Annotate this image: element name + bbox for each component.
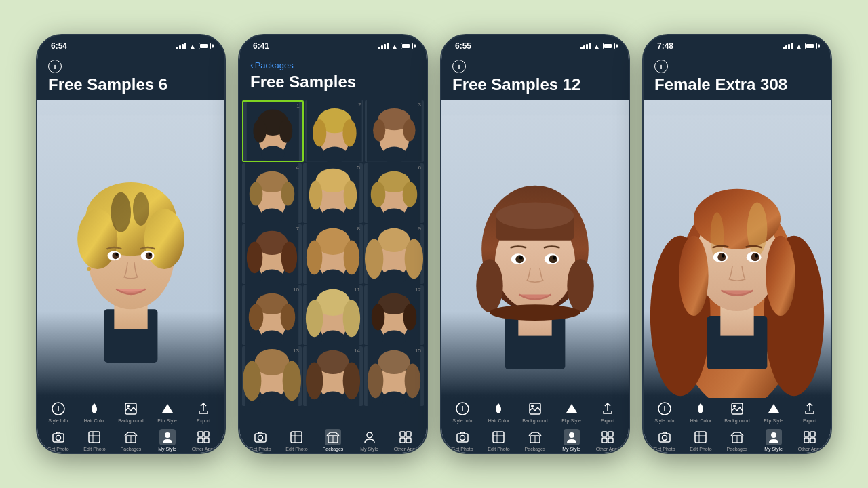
svg-point-163	[569, 432, 574, 438]
tool-background-1[interactable]: Background	[117, 401, 144, 423]
info-icon-4[interactable]: i	[654, 60, 668, 73]
tool-other-apps-3[interactable]: Other Apps	[594, 429, 621, 451]
background-icon-1	[123, 401, 139, 417]
svg-marker-190	[768, 404, 779, 413]
tool-export-1[interactable]: Export	[190, 401, 217, 423]
grid-cell-12[interactable]: 12	[364, 285, 424, 345]
tool-style-info-1[interactable]: i Style Info	[45, 401, 72, 423]
flip-style-icon-1	[159, 401, 176, 417]
svg-point-37	[279, 119, 292, 143]
grid-cell-3[interactable]: 3	[365, 100, 424, 162]
svg-point-84	[365, 239, 383, 279]
tool-label-flip-style-1: Flip Style	[157, 418, 177, 423]
svg-rect-31	[198, 438, 203, 443]
svg-rect-193	[695, 432, 706, 443]
tool-edit-photo-1[interactable]: Edit Photo	[81, 429, 108, 451]
grid-cell-5[interactable]: 5	[303, 163, 363, 223]
hair-grid[interactable]: 1	[239, 98, 427, 424]
hair-color-icon-1	[86, 401, 102, 417]
tool-export-3[interactable]: Export	[594, 401, 621, 423]
grid-cell-14[interactable]: 14	[303, 346, 363, 406]
grid-row-2: 4	[242, 163, 424, 223]
grid-cell-13[interactable]: 13	[242, 346, 302, 406]
phone-2: 6:41 ▲ ‹ Packages Free Samples	[238, 34, 428, 454]
tool-flip-style-4[interactable]: Flip Style	[760, 401, 787, 423]
style-info-icon-4: i	[656, 401, 673, 417]
grid-row-1: 1	[242, 100, 424, 162]
person-photo-3	[441, 100, 629, 398]
svg-point-42	[313, 120, 326, 147]
battery-icon-1	[199, 43, 211, 49]
tool-my-style-2[interactable]: My Style	[356, 429, 383, 451]
bottom-toolbar-3: i Style Info Hair Color B	[441, 398, 629, 453]
hair-color-icon-4	[692, 401, 709, 417]
get-photo-icon-2	[252, 429, 269, 445]
grid-cell-6[interactable]: 6	[364, 163, 424, 223]
tool-label-style-info-3: Style Info	[452, 418, 472, 423]
header-top-3: i	[452, 60, 618, 73]
other-apps-icon-2	[397, 429, 414, 445]
tool-edit-photo-2[interactable]: Edit Photo	[283, 429, 310, 451]
grid-cell-1[interactable]: 1	[242, 100, 304, 162]
tool-background-4[interactable]: Background	[724, 401, 751, 423]
tool-flip-style-1[interactable]: Flip Style	[154, 401, 181, 423]
time-4: 7:48	[657, 41, 673, 51]
export-icon-4	[802, 401, 818, 417]
grid-cell-7[interactable]: 7	[242, 224, 302, 284]
grid-cell-4[interactable]: 4	[242, 163, 302, 223]
tool-hair-color-1[interactable]: Hair Color	[81, 401, 108, 423]
tool-flip-style-3[interactable]: Flip Style	[558, 401, 585, 423]
tool-other-apps-1[interactable]: Other Apps	[190, 429, 217, 451]
battery-icon-2	[401, 43, 413, 49]
toolbar-bottom-3: Get Photo Edit Photo Packages	[441, 426, 629, 451]
tool-other-apps-4[interactable]: Other Apps	[796, 429, 823, 451]
svg-point-78	[307, 241, 322, 275]
tool-get-photo-2[interactable]: Get Photo	[247, 429, 274, 451]
svg-point-43	[342, 120, 356, 147]
svg-point-91	[281, 304, 296, 330]
svg-point-109	[283, 361, 301, 401]
tool-hair-color-4[interactable]: Hair Color	[687, 401, 714, 423]
tool-packages-1[interactable]: Packages	[117, 429, 144, 451]
grid-cell-11[interactable]: 11	[303, 285, 363, 345]
tool-style-info-4[interactable]: i Style Info	[651, 401, 678, 423]
tool-packages-4[interactable]: Packages	[724, 429, 751, 451]
tool-my-style-1[interactable]: My Style	[154, 429, 181, 451]
tool-my-style-4[interactable]: My Style	[760, 429, 787, 451]
grid-cell-10[interactable]: 10	[242, 285, 302, 345]
tool-get-photo-3[interactable]: Get Photo	[449, 429, 476, 451]
grid-cell-15[interactable]: 15	[364, 346, 424, 406]
svg-point-60	[309, 180, 323, 209]
svg-point-48	[373, 120, 385, 142]
svg-point-96	[306, 300, 323, 338]
svg-point-141	[496, 203, 574, 229]
tool-style-info-3[interactable]: i Style Info	[449, 401, 476, 423]
svg-rect-32	[204, 438, 209, 443]
info-icon-3[interactable]: i	[452, 60, 466, 73]
tool-packages-2[interactable]: Packages	[319, 429, 347, 451]
tool-export-4[interactable]: Export	[796, 401, 823, 423]
tool-my-style-3[interactable]: My Style	[558, 429, 585, 451]
edit-photo-icon-2	[288, 429, 304, 445]
back-button-2[interactable]: ‹ Packages	[250, 60, 294, 70]
svg-rect-132	[406, 432, 411, 436]
grid-cell-2[interactable]: 2	[305, 100, 364, 162]
other-apps-icon-3	[599, 429, 616, 445]
grid-cell-9[interactable]: 9	[364, 224, 424, 284]
tool-get-photo-4[interactable]: Get Photo	[651, 429, 678, 451]
tool-get-photo-1[interactable]: Get Photo	[45, 429, 72, 451]
tool-background-3[interactable]: Background	[521, 401, 549, 423]
tool-other-apps-2[interactable]: Other Apps	[392, 429, 419, 451]
tool-label-get-photo-1: Get Photo	[47, 447, 69, 451]
grid-cell-8[interactable]: 8	[303, 224, 363, 284]
tool-hair-color-3[interactable]: Hair Color	[485, 401, 512, 423]
tool-label-packages-1: Packages	[121, 447, 142, 451]
edit-photo-icon-4	[692, 429, 709, 445]
tool-edit-photo-4[interactable]: Edit Photo	[687, 429, 714, 451]
svg-point-144	[515, 256, 524, 264]
svg-point-36	[253, 119, 266, 143]
tool-label-edit-photo-4: Edit Photo	[690, 447, 711, 451]
tool-packages-3[interactable]: Packages	[521, 429, 549, 451]
tool-edit-photo-3[interactable]: Edit Photo	[485, 429, 512, 451]
info-icon-1[interactable]: i	[48, 60, 62, 73]
